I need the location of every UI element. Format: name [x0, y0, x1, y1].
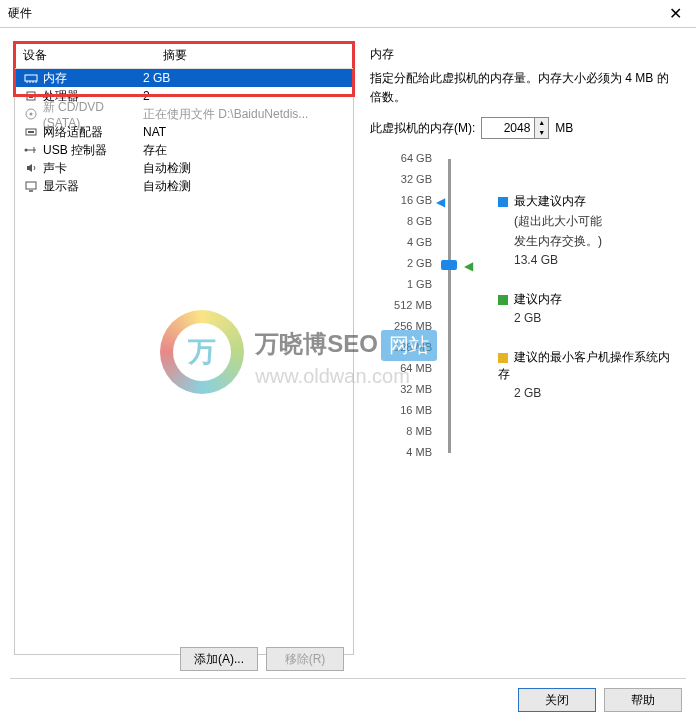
slider-thumb[interactable]	[441, 260, 457, 270]
memory-input-row: 此虚拟机的内存(M): ▲▼ MB	[370, 117, 672, 153]
window-title: 硬件	[8, 5, 663, 22]
row-summary: 存在	[143, 142, 353, 159]
row-summary: 正在使用文件 D:\BaiduNetdis...	[143, 106, 353, 123]
marker-rec-icon: ◀	[464, 259, 473, 273]
header-device[interactable]: 设备	[23, 47, 163, 64]
row-summary: 2	[143, 89, 353, 103]
help-button[interactable]: 帮助	[604, 688, 682, 712]
list-row-display[interactable]: 显示器 自动检测	[15, 177, 353, 195]
add-button[interactable]: 添加(A)...	[180, 647, 258, 671]
remove-button: 移除(R)	[266, 647, 344, 671]
usb-icon	[23, 144, 39, 156]
memory-slider-area: 64 GB 32 GB 16 GB 8 GB 4 GB 2 GB 1 GB 51…	[370, 153, 672, 463]
row-name: 内存	[43, 70, 67, 87]
close-icon[interactable]: ✕	[663, 4, 688, 23]
list-row-nic[interactable]: 网络适配器 NAT	[15, 123, 353, 141]
svg-rect-6	[29, 94, 33, 98]
header-summary[interactable]: 摘要	[163, 47, 353, 64]
footer-buttons: 关闭 帮助	[518, 688, 682, 712]
list-row-sound[interactable]: 声卡 自动检测	[15, 159, 353, 177]
list-row-cddvd[interactable]: 新 CD/DVD (SATA) 正在使用文件 D:\BaiduNetdis...	[15, 105, 353, 123]
list-row-usb[interactable]: USB 控制器 存在	[15, 141, 353, 159]
row-summary: NAT	[143, 125, 353, 139]
slider-track[interactable]: ◀ ◀ ◀	[440, 153, 470, 463]
display-icon	[23, 180, 39, 192]
close-button[interactable]: 关闭	[518, 688, 596, 712]
row-summary: 自动检测	[143, 160, 353, 177]
memory-unit: MB	[555, 121, 573, 135]
list-header: 设备 摘要	[15, 43, 353, 69]
sound-icon	[23, 162, 39, 174]
marker-max-icon: ◀	[436, 195, 445, 209]
svg-rect-10	[28, 131, 34, 133]
svg-point-11	[25, 149, 28, 152]
section-desc: 指定分配给此虚拟机的内存量。内存大小必须为 4 MB 的倍数。	[370, 69, 672, 117]
svg-rect-0	[25, 75, 37, 81]
legend-min-swatch	[498, 353, 508, 363]
slider-line	[448, 159, 451, 453]
slider-legend: 最大建议内存 (超出此大小可能 发生内存交换。) 13.4 GB 建议内存 2 …	[470, 153, 672, 463]
legend-max: 最大建议内存 (超出此大小可能 发生内存交换。) 13.4 GB	[498, 193, 672, 267]
memory-input[interactable]	[482, 118, 534, 138]
row-name: 显示器	[43, 178, 79, 195]
legend-rec: 建议内存 2 GB	[498, 291, 672, 325]
nic-icon	[23, 126, 39, 138]
row-name: 声卡	[43, 160, 67, 177]
legend-rec-swatch	[498, 295, 508, 305]
list-row-memory[interactable]: 内存 2 GB	[15, 69, 353, 87]
row-summary: 自动检测	[143, 178, 353, 195]
svg-rect-12	[26, 182, 36, 189]
spin-buttons[interactable]: ▲▼	[534, 118, 548, 138]
main-content: 设备 摘要 内存 2 GB 处理器 2 新 CD/DVD (SATA) 正在使用…	[0, 28, 696, 663]
row-summary: 2 GB	[143, 71, 353, 85]
legend-max-swatch	[498, 197, 508, 207]
footer-divider	[10, 678, 686, 679]
row-name: USB 控制器	[43, 142, 107, 159]
memory-icon	[23, 72, 39, 84]
memory-spinbox[interactable]: ▲▼	[481, 117, 549, 139]
list-buttons: 添加(A)... 移除(R)	[180, 647, 344, 671]
legend-min: 建议的最小客户机操作系统内存 2 GB	[498, 349, 672, 400]
hardware-list: 设备 摘要 内存 2 GB 处理器 2 新 CD/DVD (SATA) 正在使用…	[14, 42, 354, 655]
detail-panel: 内存 指定分配给此虚拟机的内存量。内存大小必须为 4 MB 的倍数。 此虚拟机的…	[354, 42, 682, 655]
row-name: 网络适配器	[43, 124, 103, 141]
titlebar: 硬件 ✕	[0, 0, 696, 28]
section-title: 内存	[370, 42, 672, 69]
disc-icon	[23, 108, 39, 120]
memory-input-label: 此虚拟机的内存(M):	[370, 120, 475, 137]
slider-ticks: 64 GB 32 GB 16 GB 8 GB 4 GB 2 GB 1 GB 51…	[370, 153, 440, 463]
svg-point-8	[29, 113, 32, 116]
